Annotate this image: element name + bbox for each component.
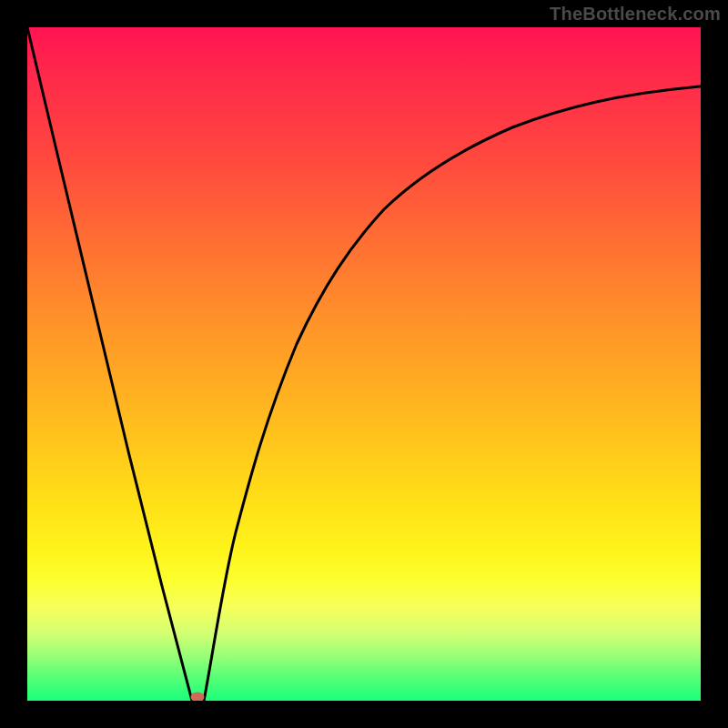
bottleneck-curve: [27, 27, 701, 701]
curve-left-branch: [27, 27, 192, 701]
plot-area: [27, 27, 701, 701]
curve-right-branch: [204, 86, 701, 701]
chart-frame: TheBottleneck.com: [0, 0, 728, 728]
watermark-label: TheBottleneck.com: [550, 4, 721, 25]
optimal-point-marker: [191, 693, 205, 702]
